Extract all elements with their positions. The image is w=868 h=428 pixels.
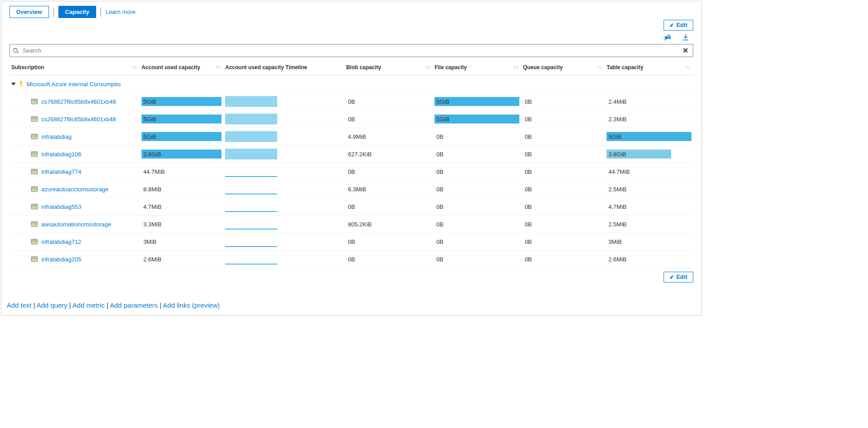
key-icon [18,81,24,87]
bar-value: 3.8GiB [607,151,626,158]
bar-value: 0B [434,133,443,140]
col-header-queue[interactable]: Queue capacity↑↓ [521,62,605,75]
bar-cell: 0B [434,218,519,230]
bar-cell: 0B [434,200,519,213]
table-row[interactable]: azureautoacctomsstorage8.8MiB6.3MiB0B0B2… [9,181,693,198]
bar-value: 2.6MiB [607,256,626,263]
storage-account-link[interactable]: infralabdiag106 [41,151,81,158]
timeline-sparkline [225,114,329,124]
bar-cell: 3.8GiB [142,148,221,160]
table-row[interactable]: infralabdiag5534.7MiB0B0B0B4.7MiB [9,198,693,216]
search-input[interactable] [22,46,678,55]
bar-cell: 2.5MiB [607,183,691,195]
bar-cell: 5GiB [607,130,691,143]
bar-value: 0B [523,151,532,158]
bar-cell: 0B [523,235,603,248]
edit-button-bottom[interactable]: Edit [664,272,693,282]
name-cell: infralabdiag [11,133,138,140]
toolbar-right-bottom: Edit [9,272,693,282]
tab-capacity[interactable]: Capacity [58,6,96,18]
table-row[interactable]: cs268627f8c65b8x4601xb485GiB0B5GiB0B2.3M… [9,110,693,128]
bar-cell: 0B [434,148,519,160]
bar-cell: 805.2KiB [346,218,431,230]
bar-cell: 0B [523,253,603,265]
name-cell: cs768627f8c65b8x4601xb48 [11,98,138,105]
col-header-file[interactable]: File capacity↑↓ [433,62,521,75]
bar-value: 0B [434,238,443,245]
bar-value: 0B [523,203,532,210]
bar-cell: 0B [523,200,603,213]
name-cell: infralabdiag106 [11,151,138,158]
storage-account-link[interactable]: infralabdiag774 [41,168,81,175]
storage-account-icon [31,204,38,209]
subscription-group-name[interactable]: Microsoft Azure Internal Consumptio [27,81,121,88]
bar-cell: 0B [346,165,431,178]
storage-account-link[interactable]: azureautoacctomsstorage [41,186,109,193]
bar-cell: 2.3MiB [607,113,691,125]
edit-label: Edit [676,22,687,28]
bar-cell: 44.7MiB [607,165,691,178]
pin-icon[interactable] [664,33,672,41]
storage-account-link[interactable]: infralabdiag712 [41,238,81,245]
table-row[interactable]: infralabdiag7123MiB0B0B0B3MiB [9,233,693,251]
bar-cell: 0B [346,95,431,108]
col-header-subscription[interactable]: Subscription↑↓ [9,62,140,75]
workbook-panel: Overview Capacity Learn more Edit ✕ [1,1,702,316]
table-row[interactable]: awsautomationomsstorage3.3MiB805.2KiB0B0… [9,216,693,233]
storage-account-link[interactable]: awsautomationomsstorage [41,221,111,228]
bar-value: 0B [434,151,443,158]
clear-search-icon[interactable]: ✕ [681,46,690,55]
bar-cell: 0B [434,253,519,265]
bar-cell: 5GiB [434,113,519,125]
bar-value: 4.7MiB [607,203,626,210]
download-icon[interactable] [682,33,690,41]
bar-value: 0B [346,203,355,210]
storage-account-link[interactable]: cs268627f8c65b8x4601xb48 [41,116,116,123]
table-row[interactable]: infralabdiag2052.6MiB0B0B0B2.6MiB [9,251,693,268]
col-header-timeline[interactable]: Account used capacity Timeline [223,62,344,75]
bar-value: 0B [434,168,443,175]
col-header-blob[interactable]: Blob capacity↑↓ [344,62,433,75]
add-metric-link[interactable]: Add metric [72,301,105,309]
add-parameters-link[interactable]: Add parameters [110,301,158,309]
bar-value: 0B [346,238,355,245]
search-box[interactable]: ✕ [9,44,693,57]
bar-cell: 4.9MiB [346,130,431,143]
footer-links: Add text | Add query | Add metric | Add … [7,301,693,309]
bar-cell: 44.7MiB [142,165,221,178]
bar-cell: 0B [434,165,519,178]
bar-cell: 0B [346,235,431,248]
timeline-sparkline [225,201,329,212]
add-query-link[interactable]: Add query [36,301,67,309]
storage-account-link[interactable]: infralabdiag553 [41,203,81,210]
bar-value: 0B [346,98,355,105]
table-header-row: Subscription↑↓ Account used capacity↑↓ A… [9,62,693,75]
storage-account-link[interactable]: infralabdiag205 [41,256,81,263]
bar-cell: 0B [434,130,519,143]
col-header-account-used-capacity[interactable]: Account used capacity↑↓ [140,62,223,75]
edit-button[interactable]: Edit [664,20,693,31]
table-row[interactable]: infralabdiag1063.8GiB627.2KiB0B0B3.8GiB [9,146,693,163]
name-cell: azureautoacctomsstorage [11,186,138,193]
table-row[interactable]: cs768627f8c65b8x4601xb485GiB0B5GiB0B2.4M… [9,93,693,110]
storage-account-link[interactable]: infralabdiag [41,133,71,140]
subscription-group-row[interactable]: Microsoft Azure Internal Consumptio [9,75,693,93]
bar-value: 44.7MiB [607,168,630,175]
name-cell: awsautomationomsstorage [11,221,138,228]
add-links-link[interactable]: Add links (preview) [163,301,220,309]
add-text-link[interactable]: Add text [7,301,31,309]
bar-value: 0B [346,116,355,123]
tab-overview[interactable]: Overview [9,6,49,18]
table-row[interactable]: infralabdiag77444.7MiB0B0B0B44.7MiB [9,163,693,181]
bar-value: 8.8MiB [142,186,161,193]
storage-account-link[interactable]: cs768627f8c65b8x4601xb48 [41,98,116,105]
svg-line-1 [17,52,19,53]
learn-more-link[interactable]: Learn more [106,9,135,15]
bar-value: 2.4MiB [607,98,626,105]
bar-value: 0B [523,238,532,245]
bar-value: 3.8GiB [142,151,161,158]
svg-point-2 [20,81,22,84]
col-header-table[interactable]: Table capacity↑↓ [605,62,693,75]
chevron-down-icon[interactable] [11,83,16,85]
table-row[interactable]: infralabdiag5GiB4.9MiB0B0B5GiB [9,128,693,146]
